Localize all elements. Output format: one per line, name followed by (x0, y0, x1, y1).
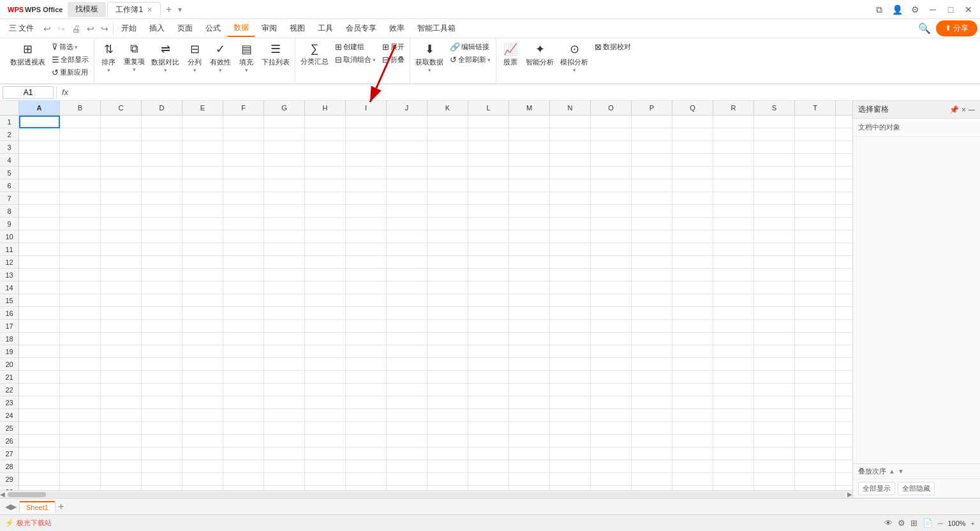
cell-7-8[interactable] (305, 192, 346, 205)
cell-28-15[interactable] (591, 460, 632, 473)
cell-18-19[interactable] (754, 333, 795, 345)
cell-14-12[interactable] (468, 281, 509, 294)
cell-10-1[interactable] (19, 230, 60, 243)
cell-19-11[interactable] (427, 345, 468, 358)
cell-27-17[interactable] (672, 447, 713, 460)
col-header-L[interactable]: L (468, 101, 509, 115)
row-header-21[interactable]: 21 (0, 371, 19, 384)
cell-28-2[interactable] (60, 460, 101, 473)
cell-4-5[interactable] (182, 154, 223, 167)
cell-19-9[interactable] (346, 345, 387, 358)
ribbon-edit-link[interactable]: 🔗 编辑链接 (447, 41, 493, 53)
cell-9-4[interactable] (142, 218, 182, 230)
cell-2-19[interactable] (754, 128, 795, 141)
cell-15-1[interactable] (19, 294, 60, 307)
cell-17-17[interactable] (672, 320, 713, 333)
cell-24-17[interactable] (672, 409, 713, 422)
cell-23-10[interactable] (387, 396, 427, 409)
cell-22-1[interactable] (19, 384, 60, 396)
cell-3-4[interactable] (142, 141, 182, 154)
page-layout-icon[interactable]: 📄 (923, 518, 933, 528)
cell-2-2[interactable] (60, 128, 101, 141)
cell-18-1[interactable] (19, 333, 60, 345)
menu-review[interactable]: 审阅 (255, 20, 283, 36)
cell-14-9[interactable] (346, 281, 387, 294)
row-header-22[interactable]: 22 (0, 384, 19, 396)
cell-18-12[interactable] (468, 333, 509, 345)
row-header-18[interactable]: 18 (0, 333, 19, 345)
cell-22-16[interactable] (632, 384, 672, 396)
cell-16-8[interactable] (305, 307, 346, 320)
cell-29-8[interactable] (305, 473, 346, 486)
cell-7-13[interactable] (509, 192, 550, 205)
row-header-2[interactable]: 2 (0, 128, 19, 141)
cell-15-5[interactable] (182, 294, 223, 307)
cell-4-21[interactable] (836, 154, 852, 167)
cell-6-21[interactable] (836, 179, 852, 192)
cell-23-6[interactable] (223, 396, 264, 409)
cell-23-12[interactable] (468, 396, 509, 409)
cell-22-14[interactable] (550, 384, 591, 396)
cell-18-20[interactable] (795, 333, 836, 345)
cell-6-19[interactable] (754, 179, 795, 192)
cell-20-20[interactable] (795, 358, 836, 371)
cell-24-13[interactable] (509, 409, 550, 422)
cell-12-13[interactable] (509, 256, 550, 269)
cell-23-17[interactable] (672, 396, 713, 409)
cell-5-2[interactable] (60, 167, 101, 179)
cell-18-5[interactable] (182, 333, 223, 345)
col-header-P[interactable]: P (632, 101, 672, 115)
cell-13-21[interactable] (836, 269, 852, 281)
cell-12-4[interactable] (142, 256, 182, 269)
cell-26-1[interactable] (19, 435, 60, 447)
col-header-G[interactable]: G (264, 101, 305, 115)
ribbon-subtotal[interactable]: ∑ 分类汇总 (298, 41, 331, 68)
ribbon-dropdown-list[interactable]: ☰ 下拉列表 (259, 41, 292, 68)
cell-26-6[interactable] (223, 435, 264, 447)
cell-11-6[interactable] (223, 243, 264, 256)
cell-25-15[interactable] (591, 422, 632, 435)
cell-25-13[interactable] (509, 422, 550, 435)
row-header-17[interactable]: 17 (0, 320, 19, 333)
cell-1-6[interactable] (223, 116, 264, 128)
cell-9-3[interactable] (101, 218, 142, 230)
cell-16-19[interactable] (754, 307, 795, 320)
cell-19-12[interactable] (468, 345, 509, 358)
cell-20-12[interactable] (468, 358, 509, 371)
panel-minimize-icon[interactable]: ─ (969, 105, 975, 115)
cell-30-9[interactable] (346, 486, 387, 490)
cell-6-16[interactable] (632, 179, 672, 192)
cell-4-15[interactable] (591, 154, 632, 167)
cell-1-4[interactable] (142, 116, 182, 128)
cell-7-1[interactable] (19, 192, 60, 205)
hide-all-button[interactable]: 全部隐藏 (898, 482, 935, 495)
menu-data[interactable]: 数据 (227, 20, 255, 37)
cell-14-14[interactable] (550, 281, 591, 294)
cell-28-10[interactable] (387, 460, 427, 473)
cell-26-10[interactable] (387, 435, 427, 447)
cell-10-12[interactable] (468, 230, 509, 243)
cell-20-19[interactable] (754, 358, 795, 371)
cell-24-14[interactable] (550, 409, 591, 422)
row-header-12[interactable]: 12 (0, 256, 19, 269)
cell-29-9[interactable] (346, 473, 387, 486)
cell-22-5[interactable] (182, 384, 223, 396)
cell-25-19[interactable] (754, 422, 795, 435)
col-header-N[interactable]: N (550, 101, 591, 115)
cell-5-5[interactable] (182, 167, 223, 179)
cell-18-13[interactable] (509, 333, 550, 345)
cell-10-3[interactable] (101, 230, 142, 243)
cell-13-20[interactable] (795, 269, 836, 281)
print-button[interactable]: 🖨 (68, 22, 84, 35)
cell-22-17[interactable] (672, 384, 713, 396)
cell-1-11[interactable] (427, 116, 468, 128)
cell-11-9[interactable] (346, 243, 387, 256)
cell-23-19[interactable] (754, 396, 795, 409)
cell-26-13[interactable] (509, 435, 550, 447)
row-header-30[interactable]: 30 (0, 486, 19, 490)
horizontal-scrollbar[interactable]: ◀ ▶ (0, 490, 852, 498)
cell-2-4[interactable] (142, 128, 182, 141)
cell-22-6[interactable] (223, 384, 264, 396)
cell-15-21[interactable] (836, 294, 852, 307)
cell-25-6[interactable] (223, 422, 264, 435)
